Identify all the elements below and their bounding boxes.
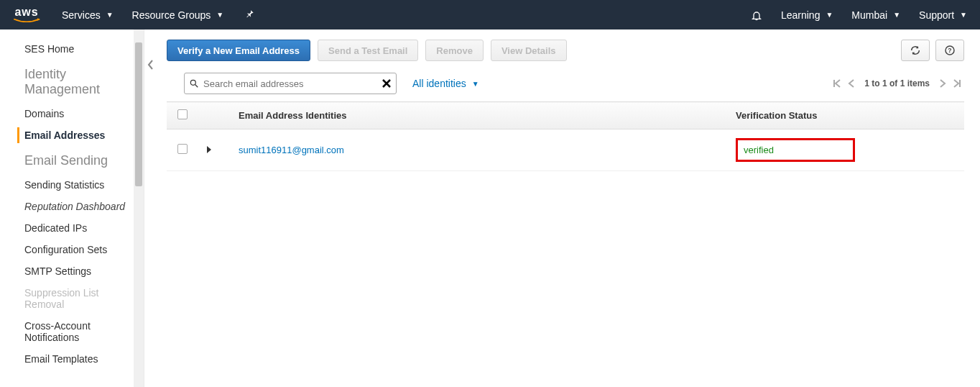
top-nav: aws Services ▼ Resource Groups ▼ Learnin… (0, 0, 980, 29)
pager-next-button[interactable] (938, 79, 947, 88)
pager-first-button[interactable] (833, 79, 841, 88)
identities-table: Email Address Identities Verification St… (167, 101, 964, 171)
row-checkbox[interactable] (177, 144, 188, 154)
sidebar-reputation[interactable]: Reputation Dashboard (0, 196, 144, 217)
sidebar: SES Home Identity Management Domains Ema… (0, 29, 144, 387)
sidebar-heading-identity: Identity Management (0, 60, 144, 103)
identities-filter[interactable]: All identities ▼ (412, 78, 479, 89)
pager-prev-button[interactable] (847, 79, 856, 88)
refresh-button[interactable] (901, 40, 930, 61)
aws-smile-icon (13, 18, 40, 24)
nav-right: Learning ▼ Mumbai ▼ Support ▼ (732, 9, 967, 21)
sidebar-templates[interactable]: Email Templates (0, 348, 144, 370)
table-row: sumit116911@gmail.com verified (167, 129, 964, 171)
pager: 1 to 1 of 1 items (830, 78, 964, 88)
column-status-header[interactable]: Verification Status (727, 102, 964, 129)
svg-point-2 (190, 80, 195, 85)
bell-icon (751, 9, 762, 21)
nav-region-label: Mumbai (851, 9, 887, 21)
nav-resource-groups-label: Resource Groups (132, 9, 211, 21)
svg-text:?: ? (948, 47, 951, 54)
nav-resource-groups[interactable]: Resource Groups ▼ (132, 9, 224, 21)
pager-text: 1 to 1 of 1 items (864, 78, 930, 88)
aws-logo[interactable]: aws (13, 6, 40, 24)
caret-down-icon: ▼ (106, 11, 114, 19)
caret-down-icon: ▼ (893, 11, 900, 19)
nav-account-label: Learning (781, 9, 820, 21)
nav-support[interactable]: Support ▼ (919, 9, 967, 21)
sidebar-config-sets[interactable]: Configuration Sets (0, 239, 144, 260)
view-details-button: View Details (491, 40, 567, 61)
sidebar-ses-home[interactable]: SES Home (0, 38, 144, 60)
action-toolbar: Verify a New Email Address Send a Test E… (167, 40, 964, 61)
expand-row-button[interactable] (207, 146, 211, 153)
sidebar-heading-sending: Email Sending (0, 146, 144, 174)
pager-last-button[interactable] (953, 79, 961, 88)
help-icon: ? (944, 45, 956, 56)
logo-text: aws (14, 6, 38, 18)
chevron-left-icon (147, 60, 154, 70)
clear-search-button[interactable] (377, 78, 396, 88)
caret-down-icon: ▼ (216, 11, 223, 19)
nav-region[interactable]: Mumbai ▼ (851, 9, 900, 21)
refresh-icon (910, 45, 921, 56)
svg-line-3 (195, 85, 198, 88)
search-icon (189, 78, 199, 88)
sidebar-suppression: Suppression List Removal (0, 282, 144, 315)
sidebar-scrollbar[interactable] (134, 29, 144, 387)
remove-button: Remove (425, 40, 484, 61)
send-test-button: Send a Test Email (318, 40, 418, 61)
search-box (184, 73, 397, 94)
filter-row: All identities ▼ 1 to 1 of 1 items (167, 73, 964, 94)
sidebar-cross-account[interactable]: Cross-Account Notifications (0, 315, 144, 348)
close-icon (382, 78, 392, 88)
verify-email-button[interactable]: Verify a New Email Address (167, 40, 310, 61)
caret-down-icon: ▼ (826, 11, 833, 19)
identities-filter-label: All identities (412, 78, 466, 89)
help-button[interactable]: ? (935, 40, 964, 61)
sidebar-sending-stats[interactable]: Sending Statistics (0, 174, 144, 196)
caret-down-icon: ▼ (472, 80, 479, 88)
nav-support-label: Support (919, 9, 954, 21)
main-content: Verify a New Email Address Send a Test E… (157, 29, 980, 387)
nav-services[interactable]: Services ▼ (62, 9, 114, 21)
scrollbar-thumb[interactable] (135, 42, 142, 186)
select-all-checkbox[interactable] (177, 109, 188, 119)
nav-account[interactable]: Learning ▼ (781, 9, 833, 21)
sidebar-domains[interactable]: Domains (0, 103, 144, 124)
caret-down-icon: ▼ (960, 11, 967, 19)
notifications-button[interactable] (751, 9, 762, 21)
status-highlight: verified (736, 138, 855, 162)
sidebar-smtp[interactable]: SMTP Settings (0, 260, 144, 282)
pin-icon[interactable] (245, 9, 255, 21)
sidebar-email-addresses[interactable]: Email Addresses (0, 124, 144, 146)
email-identity-link[interactable]: sumit116911@gmail.com (239, 145, 344, 155)
sidebar-collapse-handle[interactable] (144, 29, 157, 387)
sidebar-dedicated-ips[interactable]: Dedicated IPs (0, 217, 144, 239)
column-email-header[interactable]: Email Address Identities (230, 102, 727, 129)
nav-services-label: Services (62, 9, 101, 21)
search-input[interactable] (203, 73, 377, 94)
verification-status: verified (744, 145, 774, 155)
